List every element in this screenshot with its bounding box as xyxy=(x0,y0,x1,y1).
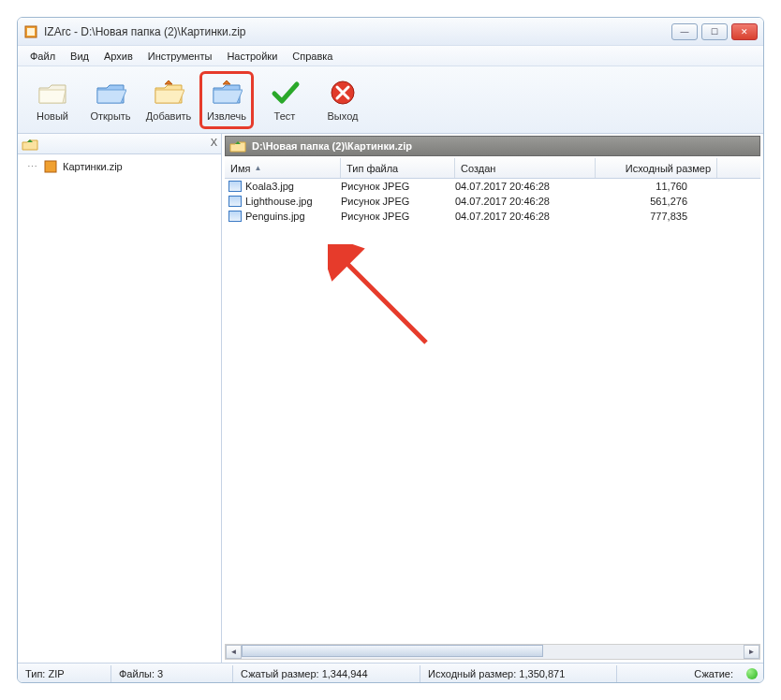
image-icon xyxy=(228,196,242,207)
tree-root-item[interactable]: ⋯ Картинки.zip xyxy=(27,160,212,173)
status-files: Файлы: 3 xyxy=(111,665,233,682)
tree-dots-icon: ⋯ xyxy=(27,161,37,173)
minimize-button[interactable]: — xyxy=(671,23,698,40)
open-button[interactable]: Открыть xyxy=(83,71,138,129)
menubar: Файл Вид Архив Инструменты Настройки Спр… xyxy=(18,46,763,66)
menu-archive[interactable]: Архив xyxy=(97,49,140,64)
folder-new-icon xyxy=(37,79,68,107)
exit-label: Выход xyxy=(328,110,359,122)
archive-icon xyxy=(44,160,57,173)
titlebar: IZArc - D:\Новая папка (2)\Картинки.zip … xyxy=(18,18,763,46)
svg-rect-3 xyxy=(45,161,56,172)
image-icon xyxy=(228,211,242,222)
add-button[interactable]: Добавить xyxy=(141,71,196,129)
svg-line-4 xyxy=(342,258,426,343)
list-item[interactable]: Penguins.jpg Рисунок JPEG 04.07.2017 20:… xyxy=(225,209,760,224)
side-panel-header: X xyxy=(18,134,221,154)
col-type[interactable]: Тип файла xyxy=(341,158,455,178)
col-created[interactable]: Создан xyxy=(455,158,596,178)
menu-view[interactable]: Вид xyxy=(64,49,96,64)
horizontal-scrollbar[interactable]: ◄ ► xyxy=(225,644,760,660)
status-packed: Сжатый размер: 1,344,944 xyxy=(233,665,420,682)
scroll-left-button[interactable]: ◄ xyxy=(226,645,242,659)
new-label: Новый xyxy=(37,110,68,122)
app-icon xyxy=(23,24,38,39)
folder-up-icon[interactable] xyxy=(229,139,246,153)
tree-root-label: Картинки.zip xyxy=(63,161,123,172)
side-panel: X ⋯ Картинки.zip xyxy=(18,134,222,663)
check-icon xyxy=(269,79,301,107)
status-type: Тип: ZIP xyxy=(18,665,111,682)
menu-file[interactable]: Файл xyxy=(23,49,62,64)
scroll-track[interactable] xyxy=(242,645,744,659)
sort-asc-icon: ▲ xyxy=(254,164,261,172)
status-indicator-icon xyxy=(746,668,758,679)
content-panel: D:\Новая папка (2)\Картинки.zip Имя▲ Тип… xyxy=(222,134,763,663)
panel-close-button[interactable]: X xyxy=(211,137,217,148)
menu-settings[interactable]: Настройки xyxy=(220,49,284,64)
maximize-button[interactable]: ☐ xyxy=(701,23,728,40)
open-label: Открыть xyxy=(90,110,130,122)
window-title: IZArc - D:\Новая папка (2)\Картинки.zip xyxy=(44,25,671,38)
status-bar: Тип: ZIP Файлы: 3 Сжатый размер: 1,344,9… xyxy=(18,663,763,683)
folder-open-icon xyxy=(95,79,126,107)
exit-button[interactable]: Выход xyxy=(316,71,370,129)
scroll-thumb[interactable] xyxy=(242,645,543,657)
folder-up-icon[interactable] xyxy=(22,137,38,152)
test-button[interactable]: Тест xyxy=(258,71,312,129)
menu-tools[interactable]: Инструменты xyxy=(141,49,219,64)
new-button[interactable]: Новый xyxy=(25,71,80,129)
folder-add-icon xyxy=(153,79,184,107)
path-bar: D:\Новая папка (2)\Картинки.zip xyxy=(225,136,760,156)
toolbar: Новый Открыть Добавить Извлечь Тест Выхо… xyxy=(18,66,763,134)
col-name[interactable]: Имя▲ xyxy=(225,158,341,178)
list-item[interactable]: Koala3.jpg Рисунок JPEG 04.07.2017 20:46… xyxy=(225,179,760,194)
folder-extract-icon xyxy=(211,79,243,107)
extract-label: Извлечь xyxy=(207,110,246,122)
path-text: D:\Новая папка (2)\Картинки.zip xyxy=(252,140,412,152)
window-frame: IZArc - D:\Новая папка (2)\Картинки.zip … xyxy=(17,17,764,683)
extract-button[interactable]: Извлечь xyxy=(199,71,254,129)
file-list[interactable]: Koala3.jpg Рисунок JPEG 04.07.2017 20:46… xyxy=(225,179,760,644)
column-headers: Имя▲ Тип файла Создан Исходный размер xyxy=(225,158,760,179)
list-item[interactable]: Lighthouse.jpg Рисунок JPEG 04.07.2017 2… xyxy=(225,194,760,209)
image-icon xyxy=(228,181,242,192)
menu-help[interactable]: Справка xyxy=(286,49,339,64)
add-label: Добавить xyxy=(146,110,192,122)
annotation-arrow-icon xyxy=(328,244,440,357)
scroll-right-button[interactable]: ► xyxy=(744,645,759,659)
status-orig: Исходный размер: 1,350,871 xyxy=(420,665,617,682)
status-ratio: Сжатие: xyxy=(617,665,741,682)
exit-icon xyxy=(327,79,359,107)
col-size[interactable]: Исходный размер xyxy=(596,158,717,178)
close-button[interactable]: ✕ xyxy=(731,23,758,40)
tree-view[interactable]: ⋯ Картинки.zip xyxy=(18,154,221,663)
test-label: Тест xyxy=(274,110,296,122)
svg-rect-1 xyxy=(27,28,35,36)
